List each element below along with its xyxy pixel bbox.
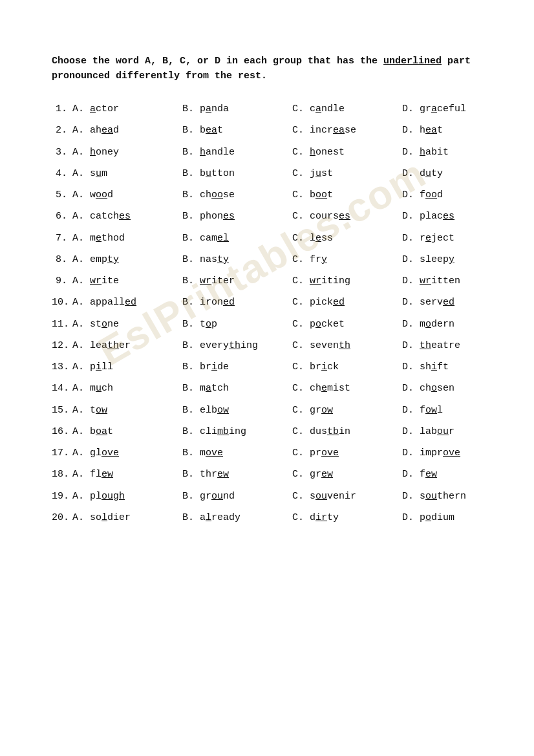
option-label: C.: [292, 491, 310, 502]
option-label: A.: [72, 426, 90, 437]
question-number: 13.: [52, 360, 72, 374]
option-label: C.: [292, 340, 310, 351]
question-options: A. methodB. camelC. lessD. reject: [72, 231, 512, 246]
option-c: C. increase: [292, 123, 402, 138]
question-row: 6.A. catchesB. phonesC. coursesD. places: [52, 209, 489, 224]
option-a: A. ahead: [72, 123, 182, 138]
option-d: D. shift: [402, 360, 512, 374]
option-label: D.: [402, 211, 420, 222]
option-d: D. duty: [402, 166, 512, 181]
option-b: B. everything: [182, 338, 292, 353]
question-options: A. stoneB. topC. pocketD. modern: [72, 317, 512, 332]
question-options: A. gloveB. moveC. proveD. improve: [72, 446, 512, 460]
option-c: C. pocket: [292, 317, 402, 332]
question-row: 4.A. sumB. buttonC. justD. duty: [52, 166, 489, 181]
instructions: Choose the word A, B, C, or D in each gr…: [52, 54, 489, 83]
question-row: 19.A. ploughB. groundC. souvenirD. south…: [52, 489, 489, 504]
option-label: C.: [292, 297, 310, 308]
option-label: B.: [182, 168, 200, 179]
option-b: B. threw: [182, 467, 292, 482]
option-label: B.: [182, 147, 200, 158]
option-c: C. grew: [292, 467, 402, 482]
option-label: A.: [72, 340, 90, 351]
option-d: D. served: [402, 295, 512, 310]
option-c: C. picked: [292, 295, 402, 310]
option-label: A.: [72, 147, 90, 158]
question-number: 20.: [52, 510, 72, 525]
option-b: B. choose: [182, 188, 292, 202]
option-label: C.: [292, 211, 310, 222]
option-b: B. camel: [182, 231, 292, 246]
option-label: C.: [292, 426, 310, 437]
option-label: A.: [72, 189, 90, 200]
option-label: C.: [292, 319, 310, 330]
question-number: 5.: [52, 188, 72, 202]
option-d: D. podium: [402, 510, 512, 525]
question-row: 13.A. pillB. brideC. brickD. shift: [52, 360, 489, 374]
option-a: A. actor: [72, 102, 182, 116]
option-label: D.: [402, 319, 420, 330]
option-label: C.: [292, 254, 310, 265]
option-a: A. method: [72, 231, 182, 246]
question-row: 7.A. methodB. camelC. lessD. reject: [52, 231, 489, 246]
question-options: A. ploughB. groundC. souvenirD. southern: [72, 489, 512, 504]
option-label: A.: [72, 319, 90, 330]
option-d: D. southern: [402, 489, 512, 504]
option-c: C. dustbin: [292, 424, 402, 439]
option-label: C.: [292, 233, 310, 244]
option-label: D.: [402, 125, 420, 136]
question-row: 5.A. woodB. chooseC. bootD. food: [52, 188, 489, 202]
option-a: A. wood: [72, 188, 182, 202]
option-b: B. already: [182, 510, 292, 525]
option-b: B. ironed: [182, 295, 292, 310]
option-label: B.: [182, 125, 200, 136]
option-label: B.: [182, 469, 200, 480]
question-options: A. actorB. pandaC. candleD. graceful: [72, 102, 512, 116]
option-label: B.: [182, 254, 200, 265]
question-number: 18.: [52, 467, 72, 482]
option-label: D.: [402, 491, 420, 502]
option-a: A. empty: [72, 252, 182, 267]
option-label: A.: [72, 233, 90, 244]
option-c: C. honest: [292, 145, 402, 160]
option-label: B.: [182, 211, 200, 222]
option-label: A.: [72, 405, 90, 416]
option-a: A. boat: [72, 424, 182, 439]
question-number: 7.: [52, 231, 72, 246]
question-number: 10.: [52, 295, 72, 310]
option-d: D. graceful: [402, 102, 512, 116]
option-a: A. soldier: [72, 510, 182, 525]
option-label: A.: [72, 469, 90, 480]
option-d: D. heat: [402, 123, 512, 138]
option-b: B. elbow: [182, 403, 292, 418]
option-label: A.: [72, 211, 90, 222]
option-d: D. modern: [402, 317, 512, 332]
option-label: C.: [292, 512, 310, 523]
option-b: B. button: [182, 166, 292, 181]
option-label: D.: [402, 275, 420, 286]
question-row: 11.A. stoneB. topC. pocketD. modern: [52, 317, 489, 332]
question-number: 16.: [52, 424, 72, 439]
option-label: C.: [292, 275, 310, 286]
option-label: C.: [292, 125, 310, 136]
option-label: D.: [402, 233, 420, 244]
option-label: D.: [402, 383, 420, 394]
option-c: C. grow: [292, 403, 402, 418]
question-options: A. towB. elbowC. growD. fowl: [72, 403, 512, 418]
option-label: B.: [182, 297, 200, 308]
option-b: B. ground: [182, 489, 292, 504]
option-a: A. sum: [72, 166, 182, 181]
option-d: D. fowl: [402, 403, 512, 418]
option-label: A.: [72, 125, 90, 136]
question-options: A. appalledB. ironedC. pickedD. served: [72, 295, 512, 310]
question-options: A. muchB. matchC. chemistD. chosen: [72, 381, 512, 396]
question-number: 19.: [52, 489, 72, 504]
option-label: D.: [402, 340, 420, 351]
option-a: A. stone: [72, 317, 182, 332]
option-a: A. pill: [72, 360, 182, 374]
option-label: D.: [402, 405, 420, 416]
option-c: C. less: [292, 231, 402, 246]
option-label: C.: [292, 103, 310, 114]
option-a: A. appalled: [72, 295, 182, 310]
option-c: C. dirty: [292, 510, 402, 525]
